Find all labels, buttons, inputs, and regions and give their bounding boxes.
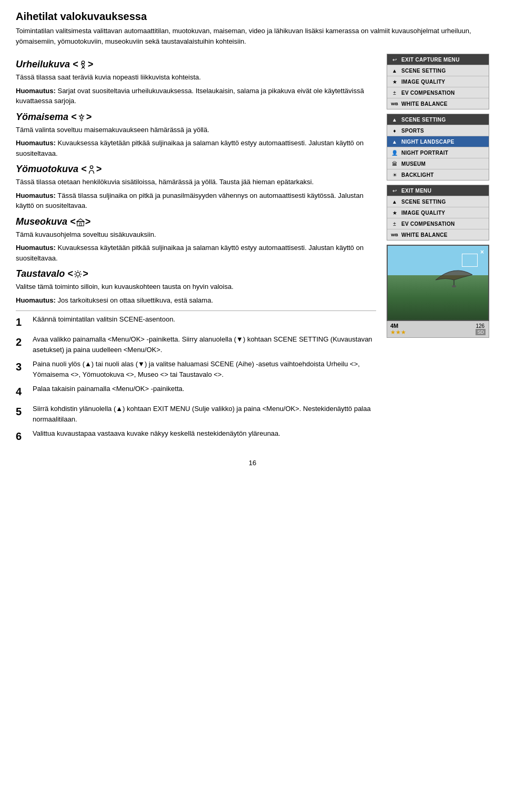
exit-capture-icon: ↩ [390, 55, 399, 64]
preview-stars: ★★★ [390, 329, 406, 336]
page-number: 16 [16, 459, 489, 472]
white-balance-icon-1: WB [390, 99, 399, 108]
step-6-text: Valittua kuvaustapaa vastaava kuvake näk… [33, 428, 376, 444]
section-body-yomaisema: Tämä valinta soveltuu maisemakuvaukseen … [16, 125, 376, 135]
section-yomuotokuva: Yömuotokuva <> Tässä tilassa otetaan hen… [16, 164, 376, 211]
section-title-museokuva: Museokuva <> [16, 216, 376, 227]
svg-line-13 [80, 272, 80, 272]
white-balance-label-3: WHITE BALANCE [401, 232, 486, 238]
menu-row-sports[interactable]: ♦ SPORTS [387, 125, 489, 136]
night-landscape-icon: ▲ [390, 137, 399, 146]
step-5: 5 Siirrä kohdistin ylänuolella (▲) kohta… [16, 404, 376, 424]
step-4-text: Palaa takaisin painamalla <Menu/OK> -pai… [33, 384, 376, 399]
menu-row-night-landscape[interactable]: ▲ NIGHT LANDSCAPE [387, 136, 489, 147]
svg-point-2 [90, 166, 93, 168]
menu-panel-2-header: ▲ SCENE SETTING [387, 114, 489, 125]
camera-preview-info: 4M ★★★ 126 SD [387, 321, 489, 338]
right-column: ↩ EXIT CAPTURE MENU ▲ SCENE SETTING ★ IM… [387, 54, 489, 448]
step-2-text: Avaa valikko painamalla <Menu/OK> -paini… [33, 334, 376, 355]
section-body-museokuva: Tämä kuvausohjelma soveltuu sisäkuvauksi… [16, 229, 376, 240]
menu-row-backlight[interactable]: ☀ BACKLIGHT [387, 169, 489, 180]
preview-count: 126 [476, 323, 486, 329]
preview-right: 126 SD [476, 323, 486, 335]
section-yomaisema: Yömaisema <> Tämä valinta soveltuu maise… [16, 112, 376, 159]
step-4-number: 4 [16, 384, 27, 399]
white-balance-label-1: WHITE BALANCE [401, 101, 486, 107]
step-1-text: Käännä toimintatilan valitsin SCENE-asen… [33, 314, 376, 330]
svg-point-6 [76, 273, 79, 276]
menu-row-white-balance-1[interactable]: WB WHITE BALANCE [387, 98, 489, 109]
menu-row-scene-setting-1[interactable]: ▲ SCENE SETTING [387, 65, 489, 76]
svg-rect-3 [77, 222, 84, 226]
close-icon: × [480, 248, 484, 256]
menu-row-ev-compensation-3[interactable]: ± EV COMPENSATION [387, 218, 489, 229]
menu-row-white-balance-3[interactable]: WB WHITE BALANCE [387, 229, 489, 240]
step-1-number: 1 [16, 314, 27, 330]
image-quality-icon-3: ★ [390, 208, 399, 217]
svg-point-1 [80, 119, 82, 121]
ev-compensation-icon-1: ± [390, 88, 399, 97]
svg-line-11 [75, 272, 75, 272]
menu-panel-1: ↩ EXIT CAPTURE MENU ▲ SCENE SETTING ★ IM… [387, 54, 489, 109]
step-5-text: Siirrä kohdistin ylänuolella (▲) kohtaan… [33, 404, 376, 424]
scene-setting-header-icon: ▲ [390, 115, 399, 124]
exit-menu-icon: ↩ [390, 186, 399, 195]
sports-label: SPORTS [401, 128, 486, 134]
ev-compensation-label-3: EV COMPENSATION [401, 221, 486, 227]
page-title: Aihetilat valokuvauksessa [16, 11, 489, 23]
note-taustavalo: Huomautus: Jos tarkoituksesi on ottaa si… [16, 295, 376, 306]
section-body-taustavalo: Valitse tämä toiminto silloin, kun kuvau… [16, 282, 376, 292]
scene-setting-label-1: SCENE SETTING [401, 68, 486, 74]
svg-marker-4 [76, 218, 84, 221]
note-urheilukuva: Huomautus: Sarjat ovat suositeltavia urh… [16, 86, 376, 106]
step-2: 2 Avaa valikko painamalla <Menu/OK> -pai… [16, 334, 376, 355]
svg-rect-5 [79, 223, 82, 226]
step-3-text: Paina nuoli ylös (▲) tai nuoli alas (▼) … [33, 359, 376, 379]
exit-capture-label: EXIT CAPTURE MENU [401, 57, 486, 63]
main-layout: Urheilukuva <> Tässä tilassa saat terävi… [16, 54, 489, 448]
note-museokuva: Huomautus: Kuvauksessa käytetään pitkää … [16, 243, 376, 263]
backlight-label: BACKLIGHT [401, 172, 486, 178]
image-quality-label-1: IMAGE QUALITY [401, 79, 486, 85]
museum-icon: 🏛 [390, 159, 399, 168]
section-museokuva: Museokuva <> Tämä kuvausohjelma soveltuu… [16, 216, 376, 264]
step-6-number: 6 [16, 428, 27, 444]
camera-preview: × [387, 245, 489, 321]
step-3-number: 3 [16, 359, 27, 379]
menu-panel-1-header: ↩ EXIT CAPTURE MENU [387, 54, 489, 65]
exit-menu-label: EXIT MENU [401, 188, 486, 194]
night-landscape-label: NIGHT LANDSCAPE [401, 139, 486, 145]
section-title-yomuotokuva: Yömuotokuva <> [16, 164, 376, 175]
step-5-number: 5 [16, 404, 27, 424]
scene-setting-icon-3: ▲ [390, 197, 399, 206]
scene-setting-header-label: SCENE SETTING [401, 117, 486, 123]
backlight-icon: ☀ [390, 171, 399, 179]
image-quality-icon-1: ★ [390, 77, 399, 86]
hang-glider-image [433, 262, 475, 288]
sports-icon: ♦ [390, 126, 399, 135]
ev-compensation-icon-3: ± [390, 219, 399, 228]
night-portrait-icon: 👤 [390, 148, 399, 157]
menu-row-image-quality-1[interactable]: ★ IMAGE QUALITY [387, 76, 489, 87]
preview-sd-icon: SD [476, 329, 486, 335]
preview-resolution: 4M [390, 323, 406, 329]
menu-row-museum[interactable]: 🏛 MUSEUM [387, 158, 489, 169]
left-column: Urheilukuva <> Tässä tilassa saat terävi… [16, 54, 376, 448]
white-balance-icon-3: WB [390, 230, 399, 239]
menu-row-ev-compensation-1[interactable]: ± EV COMPENSATION [387, 87, 489, 98]
preview-bottom-row: 4M ★★★ 126 SD [390, 323, 486, 336]
menu-panel-3-header: ↩ EXIT MENU [387, 185, 489, 196]
menu-row-scene-setting-3[interactable]: ▲ SCENE SETTING [387, 196, 489, 207]
section-taustavalo: Taustavalo <> Valitse tämä toiminto sill… [16, 268, 376, 305]
svg-line-12 [80, 276, 80, 277]
section-title-yomaisema: Yömaisema <> [16, 112, 376, 123]
step-4: 4 Palaa takaisin painamalla <Menu/OK> -p… [16, 384, 376, 399]
menu-row-image-quality-3[interactable]: ★ IMAGE QUALITY [387, 207, 489, 218]
intro-text: Toimintatilan valitsimesta valittavan au… [16, 26, 489, 46]
svg-point-16 [452, 285, 456, 287]
menu-row-night-portrait[interactable]: 👤 NIGHT PORTRAIT [387, 147, 489, 158]
scene-setting-label-3: SCENE SETTING [401, 199, 486, 205]
preview-left: 4M ★★★ [390, 323, 406, 336]
section-title-urheilukuva: Urheilukuva <> [16, 59, 376, 70]
svg-point-0 [82, 61, 84, 64]
